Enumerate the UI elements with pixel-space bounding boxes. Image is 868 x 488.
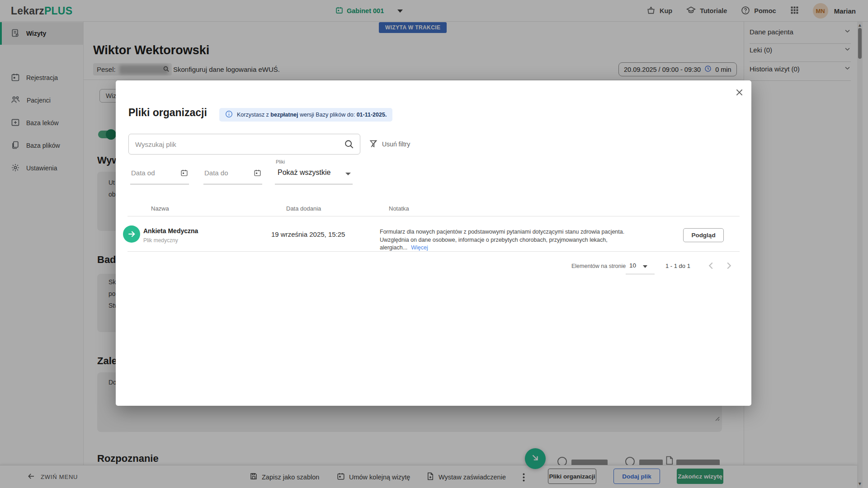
- column-header-notatka: Notatka: [389, 205, 409, 212]
- file-type: Plik medyczny: [143, 237, 178, 244]
- more-link[interactable]: Więcej: [411, 244, 428, 251]
- files-select-label: Pliki: [276, 159, 285, 164]
- date-to-placeholder: Data do: [204, 169, 228, 177]
- previous-page-icon[interactable]: [706, 261, 716, 272]
- file-note: Formularz dla nowych pacjentów z podstaw…: [380, 228, 651, 252]
- search-input[interactable]: [129, 134, 360, 154]
- column-header-nazwa: Nazwa: [151, 205, 169, 212]
- file-search-box: [128, 134, 360, 155]
- clear-filters-label: Usuń filtry: [382, 141, 410, 148]
- calendar-icon[interactable]: [180, 169, 188, 177]
- items-per-page-label: Elementów na stronie: [571, 263, 626, 269]
- org-files-modal: Pliki organizacji Korzystasz z bezpłatne…: [116, 80, 751, 406]
- info-icon: [225, 110, 233, 119]
- search-icon[interactable]: [344, 139, 354, 151]
- chevron-down-icon: [345, 173, 351, 175]
- calendar-icon[interactable]: [254, 169, 261, 177]
- per-page-underline: [626, 274, 655, 274]
- date-to-field[interactable]: Data do: [203, 163, 262, 184]
- files-type-select[interactable]: Pliki Pokaż wszystkie: [275, 159, 353, 184]
- free-version-banner: Korzystasz z bezpłatnej wersji Bazy plik…: [219, 108, 392, 122]
- note-line-2: Uwzględnia on dane osobowe, informacje o…: [380, 236, 651, 252]
- pagination-range: 1 - 1 do 1: [665, 263, 690, 269]
- note-line-1: Formularz dla nowych pacjentów z podstaw…: [380, 228, 651, 236]
- app-screen: LekarzPLUS Gabinet 001 Kup Tutoriale Pom…: [0, 0, 868, 488]
- file-name[interactable]: Ankieta Medyczna: [143, 227, 198, 235]
- preview-button[interactable]: Podgląd: [683, 228, 724, 242]
- clear-filters-button[interactable]: Usuń filtry: [369, 138, 410, 150]
- banner-text: Korzystasz z bezpłatnej wersji Bazy plik…: [237, 112, 387, 118]
- file-arrow-icon[interactable]: [123, 225, 140, 243]
- next-page-icon[interactable]: [724, 261, 734, 272]
- close-icon[interactable]: [733, 86, 745, 98]
- files-select-value: Pokaż wszystkie: [278, 169, 330, 177]
- items-per-page-value[interactable]: 10: [629, 262, 636, 269]
- chevron-down-icon[interactable]: [643, 265, 647, 268]
- table-divider: [127, 216, 740, 216]
- modal-title: Pliki organizacji: [128, 107, 207, 119]
- date-from-field[interactable]: Data od: [130, 163, 189, 184]
- column-header-data-dodania: Data dodania: [286, 205, 321, 212]
- date-from-placeholder: Data od: [131, 169, 155, 177]
- table-divider: [127, 251, 740, 252]
- file-date: 19 września 2025, 15:25: [271, 230, 345, 238]
- filter-off-icon: [369, 139, 378, 150]
